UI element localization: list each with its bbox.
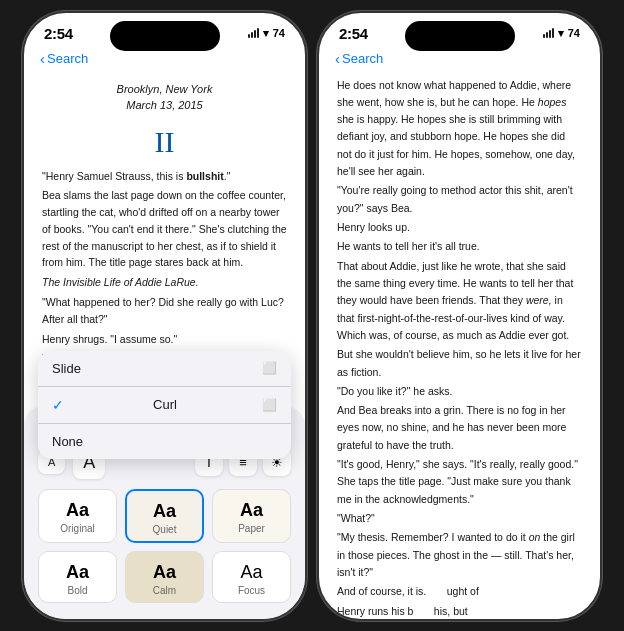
theme-calm-name: Calm [132, 585, 197, 596]
back-label-left: Search [47, 51, 88, 66]
chevron-icon-right: ‹ [335, 50, 340, 67]
theme-original-aa: Aa [45, 500, 110, 521]
dynamic-island-right [405, 21, 515, 51]
theme-bold-name: Bold [45, 585, 110, 596]
theme-bold[interactable]: Aa Bold [38, 551, 117, 603]
theme-calm[interactable]: Aa Calm [125, 551, 204, 603]
transition-slide[interactable]: Slide ⬜ [38, 351, 291, 387]
chevron-icon: ‹ [40, 50, 45, 67]
para-2: Bea slams the last page down on the coff… [42, 187, 287, 271]
book-header: Brooklyn, New York March 13, 2015 [42, 73, 287, 120]
right-phone: 2:54 ▾ 74 ‹ Search He does not [317, 11, 602, 621]
r-para-1: He does not know what happened to Addie,… [337, 77, 582, 181]
theme-quiet[interactable]: Aa Quiet [125, 489, 204, 543]
r-para-5: That about Addie, just like he wrote, th… [337, 258, 582, 345]
slide-icon: ⬜ [262, 361, 277, 375]
theme-focus-aa: Aa [219, 562, 284, 583]
transition-panel: Slide ⬜ ✓ Curl ⬜ None [38, 351, 291, 459]
wifi-icon: ▾ [263, 27, 269, 40]
themes-grid: Aa Original Aa Quiet Aa Paper Aa Bold Aa [38, 489, 291, 603]
time-right: 2:54 [339, 25, 368, 42]
left-phone: 2:54 ▾ 74 ‹ Search Br [22, 11, 307, 621]
transition-none[interactable]: None [38, 424, 291, 459]
theme-paper-name: Paper [219, 523, 284, 534]
r-para-10: "What?" [337, 510, 582, 527]
book-location-line2: March 13, 2015 [42, 97, 287, 114]
back-button-right[interactable]: ‹ Search [335, 50, 383, 67]
status-icons-right: ▾ 74 [543, 27, 580, 40]
curl-checkmark: ✓ [52, 397, 64, 413]
time-left: 2:54 [44, 25, 73, 42]
battery-right: 74 [568, 27, 580, 39]
signal-icon [248, 28, 259, 38]
para-1: "Henry Samuel Strauss, this is bullshit.… [42, 168, 287, 185]
book-content-right: He does not know what happened to Addie,… [319, 73, 600, 621]
theme-quiet-name: Quiet [133, 524, 196, 535]
book-location-line1: Brooklyn, New York [42, 81, 287, 98]
curl-icon: ⬜ [262, 398, 277, 412]
status-icons-left: ▾ 74 [248, 27, 285, 40]
r-para-6: But she wouldn't believe him, so he lets… [337, 346, 582, 381]
theme-paper[interactable]: Aa Paper [212, 489, 291, 543]
none-label: None [52, 434, 83, 449]
r-para-9: "It's good, Henry," she says. "It's real… [337, 456, 582, 508]
r-para-4: He wants to tell her it's all true. [337, 238, 582, 255]
signal-icon-right [543, 28, 554, 38]
theme-focus-name: Focus [219, 585, 284, 596]
r-para-7: "Do you like it?" he asks. [337, 383, 582, 400]
battery-icon: 74 [273, 27, 285, 39]
theme-paper-aa: Aa [219, 500, 284, 521]
theme-calm-aa: Aa [132, 562, 197, 583]
curl-label: Curl [153, 397, 177, 412]
para-3: The Invisible Life of Addie LaRue. [42, 274, 287, 291]
slide-label: Slide [52, 361, 81, 376]
theme-original[interactable]: Aa Original [38, 489, 117, 543]
wifi-icon-right: ▾ [558, 27, 564, 40]
para-4: "What happened to her? Did she really go… [42, 294, 287, 328]
r-para-12: And of course, it is. ught of [337, 583, 582, 600]
dynamic-island-left [110, 21, 220, 51]
r-para-3: Henry looks up. [337, 219, 582, 236]
back-label-right: Search [342, 51, 383, 66]
r-para-13: Henry runs his b his, but [337, 603, 582, 620]
theme-quiet-aa: Aa [133, 501, 196, 522]
transition-curl[interactable]: ✓ Curl ⬜ [38, 387, 291, 424]
theme-focus[interactable]: Aa Focus [212, 551, 291, 603]
r-para-2: "You're really going to method actor thi… [337, 182, 582, 217]
r-para-8: And Bea breaks into a grin. There is no … [337, 402, 582, 454]
back-button-left[interactable]: ‹ Search [40, 50, 88, 67]
para-5: Henry shrugs. "I assume so." [42, 331, 287, 348]
r-para-11: "My thesis. Remember? I wanted to do it … [337, 529, 582, 581]
theme-bold-aa: Aa [45, 562, 110, 583]
theme-original-name: Original [45, 523, 110, 534]
chapter-number: II [42, 124, 287, 160]
